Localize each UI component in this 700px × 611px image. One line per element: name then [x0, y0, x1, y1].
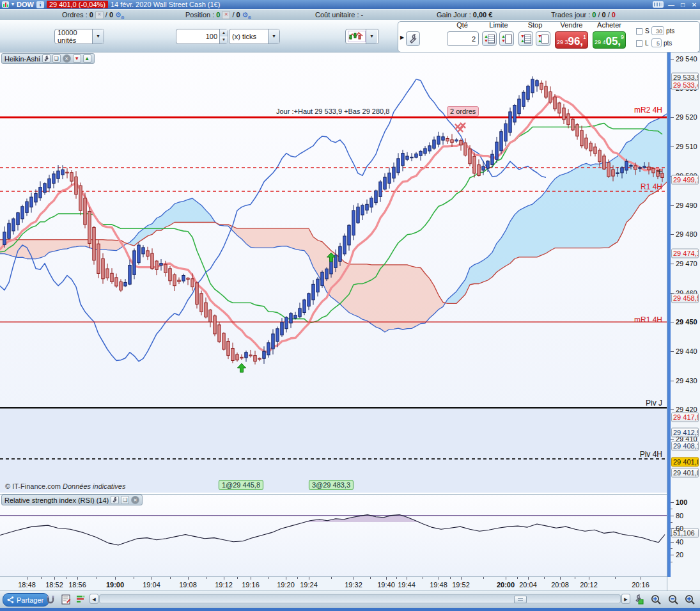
qty-label: Qté	[456, 21, 468, 29]
share-button[interactable]: Partager	[3, 593, 49, 607]
stop-pts-value[interactable]: 30	[651, 26, 664, 35]
price-tick	[671, 351, 674, 352]
time-label: 20:16	[632, 581, 649, 589]
chart-area: mR2 4HR1 4HmR1 4HPiv JPiv 4H© IT-Finance…	[0, 52, 667, 577]
zoom-out-icon[interactable]	[667, 594, 678, 605]
price-tick	[671, 439, 674, 440]
stop-checkbox[interactable]	[636, 28, 642, 35]
price-tick	[671, 117, 674, 118]
price-tick	[671, 381, 674, 381]
time-tick	[309, 577, 309, 580]
svg-text:R1 4H: R1 4H	[641, 182, 662, 191]
rsi-close-icon[interactable]: ✕	[131, 496, 139, 504]
units-select[interactable]: 10000 unités ▾	[54, 29, 104, 44]
notes-tool-icon[interactable]	[60, 594, 72, 605]
title-bar: ▾ DOW i 29 401,0 (-0,04%) 14 févr. 2020 …	[0, 0, 700, 9]
buy-button[interactable]: 29 405,9	[593, 31, 626, 49]
scroll-left-button[interactable]: ◀	[89, 594, 98, 604]
rsi-chart[interactable]	[0, 494, 667, 576]
price-badge-dark: 29 408,1	[671, 441, 699, 451]
svg-text:Piv 4H: Piv 4H	[640, 450, 662, 459]
price-tick-label: 29 430	[676, 377, 697, 385]
bottom-toolbar: Partager ◀ ▶	[0, 591, 700, 608]
price-tick	[671, 234, 674, 235]
indicator-close-icon[interactable]: ✕	[63, 54, 71, 63]
scrollbar-thumb[interactable]	[514, 596, 527, 603]
keyboard-icon[interactable]	[653, 1, 664, 8]
price-tick	[671, 264, 674, 264]
time-tick	[506, 577, 506, 580]
price-tick-label: 29 510	[676, 143, 697, 150]
position-settings-icon[interactable]: ⚙⚙	[242, 11, 249, 19]
time-tick	[439, 577, 439, 580]
limit-order-button[interactable]: ▲▼	[482, 31, 497, 46]
price-badge-dark: 29 412,9	[671, 428, 699, 438]
price-axis[interactable]: 29 54029 53029 52029 51029 50029 49029 4…	[667, 52, 700, 591]
move-up-icon[interactable]: ▲	[83, 54, 91, 63]
rsi-window-icon[interactable]: ❏	[121, 496, 129, 504]
time-minor-tick	[170, 577, 171, 579]
close-position-icon[interactable]: ✕	[222, 11, 230, 19]
minimize-button[interactable]: —	[667, 1, 675, 8]
time-axis[interactable]: 18:4818:5218:5619:0019:0419:0819:1219:16…	[0, 576, 667, 591]
chart-style-dropdown-icon[interactable]: ▾	[366, 29, 377, 44]
order-settings-button[interactable]	[406, 31, 420, 46]
panel-expander-icon[interactable]: ▶	[400, 35, 404, 40]
close-button[interactable]: ✕	[690, 1, 698, 8]
timeframe-select[interactable]: (x) ticks ▾	[229, 29, 280, 44]
rsi-tick-label: 100	[676, 498, 687, 506]
scroll-right-button[interactable]: ▶	[621, 594, 630, 604]
limit-pts-value[interactable]: 5	[651, 38, 662, 47]
time-minor-tick	[544, 577, 545, 579]
time-label: 18:52	[45, 581, 63, 589]
price-tick	[671, 205, 674, 206]
main-chart[interactable]: mR2 4HR1 4HmR1 4HPiv JPiv 4H© IT-Finance…	[0, 52, 667, 493]
chart-style-button[interactable]: ▾	[345, 29, 379, 44]
price-tick-label: 29 480	[676, 230, 697, 238]
time-label: 19:08	[179, 581, 197, 589]
rsi-tick	[671, 528, 674, 529]
stop-order-button[interactable]: ▼▲	[518, 31, 533, 46]
sell-label: Vendre	[561, 21, 583, 29]
info-icon[interactable]: i	[36, 1, 44, 8]
stop-order-edit-button[interactable]: ▼▲	[536, 31, 550, 46]
time-tick	[286, 577, 286, 580]
indicator-title: Heikin-Ashi	[4, 55, 40, 63]
zoom-fit-icon[interactable]	[649, 594, 661, 605]
price-badge-red: 29 417,9	[671, 413, 699, 422]
rsi-title: Relative strength index (RSI) (14)	[4, 496, 109, 504]
zoom-in-icon[interactable]	[683, 594, 695, 605]
maximize-button[interactable]: □	[679, 1, 687, 8]
time-label: 19:16	[242, 581, 260, 589]
limit-checkbox[interactable]	[636, 40, 642, 47]
ticks-value-input[interactable]: 100 ▲▼	[176, 29, 228, 44]
sell-button[interactable]: 29 396,1	[555, 31, 588, 49]
move-down-icon[interactable]: ▼	[73, 54, 81, 63]
cancel-orders-icon[interactable]: ✕	[95, 11, 104, 19]
time-tick	[54, 577, 55, 580]
units-dropdown-icon[interactable]: ▾	[92, 29, 104, 44]
chart-scrollbar[interactable]: ◀ ▶	[89, 594, 630, 604]
orders-settings-icon[interactable]: ⚙⚙	[115, 11, 121, 19]
timeframe-dropdown-icon[interactable]: ▾	[268, 29, 279, 44]
rsi-minor-tick	[671, 536, 673, 536]
magnet-tool-icon[interactable]	[45, 594, 56, 605]
limit-pts-unit: pts	[664, 40, 672, 47]
time-label: 19:40	[377, 581, 395, 589]
rsi-settings-icon[interactable]	[111, 496, 119, 504]
svg-text:© IT-Finance.com Données indic: © IT-Finance.com Données indicatives	[5, 482, 126, 490]
limit-order-edit-button[interactable]: ▲▼	[499, 31, 514, 46]
chart-options-icon[interactable]	[633, 594, 644, 605]
indicator-settings-icon[interactable]	[42, 54, 51, 63]
ticks-spinner[interactable]: ▲▼	[219, 29, 228, 44]
symbol-dropdown-icon[interactable]: ▾	[12, 1, 14, 8]
rsi-tick	[671, 516, 674, 516]
price-badge-yellow: 29 401,0	[671, 457, 699, 467]
chart-style-icon	[348, 31, 366, 42]
qty-input[interactable]: 2	[447, 31, 479, 46]
orders-count-badge[interactable]: 2 ordres	[447, 106, 479, 116]
indicator-window-icon[interactable]: ❏	[52, 54, 61, 63]
scrollbar-track[interactable]	[99, 594, 621, 603]
time-label: 19:00	[106, 581, 124, 589]
market-depth-icon[interactable]	[75, 594, 87, 605]
